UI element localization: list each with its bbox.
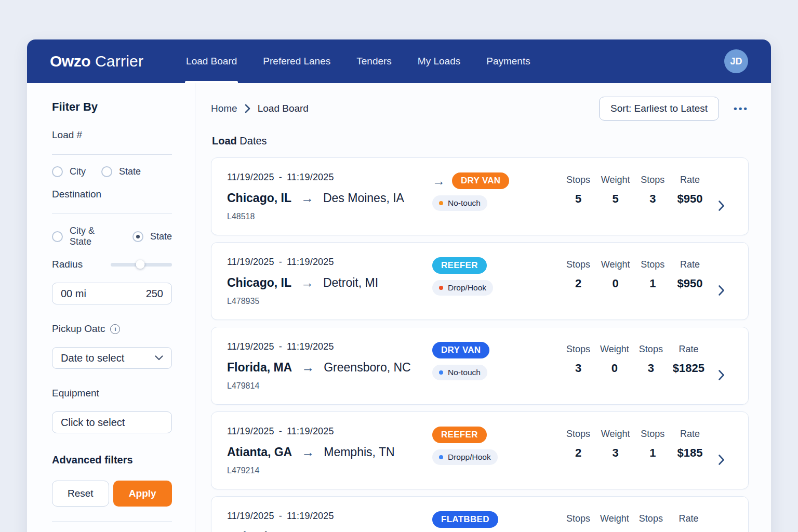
open-load-chevron[interactable] (718, 285, 736, 296)
advanced-filters-title: Advanced filters (52, 454, 172, 466)
load-info-column: 11/19/2025 - 11:19/2025 Chicago, IL → De… (227, 172, 432, 235)
stat-label: Weight (600, 344, 629, 355)
stat-value: 3 (601, 446, 630, 460)
stat-column: Stops 3 (638, 175, 667, 235)
radius-min-value: 00 mi (61, 288, 86, 300)
nav-item[interactable]: My Loads (418, 39, 460, 83)
open-load-chevron[interactable] (718, 369, 736, 381)
origin-city: Florida, MA (227, 361, 292, 375)
radio-option[interactable]: City & State (52, 225, 117, 247)
radius-range-field[interactable]: 00 mi 250 (52, 283, 172, 304)
apply-button[interactable]: Apply (113, 481, 172, 507)
radio-option[interactable]: State (132, 231, 172, 242)
stat-label: Stops (636, 344, 666, 355)
badge-column: → DRY VAN No-touch (432, 172, 560, 235)
stat-label: Stops (564, 344, 593, 355)
handling-tag-label: Dropp/Hook (448, 453, 491, 462)
radio-circle[interactable] (52, 166, 63, 177)
stat-label: Rate (673, 513, 704, 524)
radio-option[interactable]: City (52, 166, 86, 177)
load-card[interactable]: 11/19/2025 - 11:19/2025 Atianta, GA → Me… (211, 411, 749, 489)
arrow-right-icon: → (301, 446, 314, 459)
handling-tag: Dropp/Hook (432, 449, 498, 465)
load-card[interactable]: 11/19/2025 - 11:19/2025 Florida, MA → Gr… (211, 327, 749, 405)
load-number-input[interactable] (52, 154, 172, 155)
pickup-label-row: Pickup Oatc i (52, 323, 172, 335)
radio-label: City & State (70, 225, 117, 247)
breadcrumb-home-link[interactable]: Home (211, 103, 237, 114)
origin-city: Chicago, IL (227, 191, 291, 205)
status-dot-icon (439, 455, 443, 459)
stat-value: 3 (636, 362, 666, 375)
filter-actions: Reset Apply (52, 481, 172, 507)
stat-value: 1 (638, 446, 667, 460)
top-nav-bar: Owzo Carrier Load Board Prefered Lanes T… (27, 39, 771, 83)
stat-value: 2 (564, 446, 593, 460)
date-to: 11:19/2025 (287, 172, 334, 183)
reset-button[interactable]: Reset (52, 481, 109, 507)
open-load-chevron[interactable] (718, 454, 736, 466)
radius-slider[interactable] (111, 263, 172, 267)
list-title-rest: Dates (240, 135, 267, 147)
open-load-chevron[interactable] (718, 200, 736, 211)
load-dates: 11/19/2025 - 11:19/2025 (227, 172, 432, 183)
sidebar-divider (52, 521, 172, 522)
tag-wrap: No-touch (432, 365, 560, 380)
equipment-select[interactable]: Click to select (52, 411, 172, 433)
list-title: Load Dates (212, 135, 749, 147)
stat-label: Weight (601, 429, 630, 440)
slider-thumb[interactable] (136, 260, 144, 269)
load-id: L479814 (227, 381, 432, 391)
date-from: 11/19/2025 (227, 511, 274, 522)
stat-label: Rate (675, 259, 704, 270)
badge-column: → REEFER Dropp/Hook (432, 426, 560, 489)
breadcrumb: Home Load Board (211, 103, 309, 114)
radio-circle[interactable] (52, 231, 63, 242)
chevron-right-icon (245, 104, 250, 113)
sort-button[interactable]: Sort: Earliest to Latest (599, 97, 719, 121)
stat-label: Stops (564, 513, 593, 524)
handling-tag: Drop/Hook (432, 280, 493, 296)
nav-item-label: Payments (486, 56, 530, 67)
nav-item[interactable]: Tenders (356, 39, 392, 83)
equipment-badge: REEFER (432, 427, 487, 443)
nav-item[interactable]: Payments (486, 39, 530, 83)
logo: Owzo Carrier (50, 52, 143, 70)
stat-column: Rate $1825 (673, 344, 704, 404)
nav-item[interactable]: Prefered Lanes (263, 39, 330, 83)
radio-circle[interactable] (101, 166, 112, 177)
load-id: L48518 (227, 212, 432, 221)
origin-city: Columbus, OH (227, 530, 310, 532)
badge-line: → DRY VAN (432, 172, 560, 190)
load-card[interactable]: 11/19/2025 - 11:19/2025 Chicago, IL → De… (211, 157, 749, 235)
load-card[interactable]: 11/19/2025 - 11:19/2025 Chicago, IL → De… (211, 242, 749, 320)
destination-input[interactable] (52, 214, 172, 214)
stat-value: 0 (600, 362, 629, 375)
more-menu-icon[interactable]: ••• (734, 103, 749, 114)
destination-radio-group: City & State State (52, 225, 172, 247)
handling-tag-label: No-touch (448, 368, 481, 377)
load-card[interactable]: 11/19/2025 - 11:19/2025 Columbus, OH → C… (211, 496, 749, 532)
stat-column: Rate $950 (675, 259, 704, 320)
stat-column: Weight 0 (600, 513, 629, 532)
date-separator: - (279, 511, 282, 522)
equipment-badge: DRY VAN (452, 172, 509, 189)
radio-option[interactable]: State (101, 166, 141, 177)
badge-column: → DRY VAN No-touch (432, 341, 560, 404)
stat-column: Rate $1625 (673, 513, 704, 532)
load-info-column: 11/19/2025 - 11:19/2025 Atianta, GA → Me… (227, 426, 432, 489)
filter-sidebar: Fiiter By Load # City State Destination (27, 83, 195, 532)
stat-label: Weight (600, 513, 629, 524)
date-separator: - (279, 172, 282, 183)
pickup-date-value: Date to select (61, 352, 124, 364)
stat-column: Stops 2 (564, 513, 593, 532)
load-id: L479214 (227, 466, 432, 475)
stat-label: Stops (638, 175, 667, 185)
app-body: Fiiter By Load # City State Destination (27, 83, 771, 532)
radio-circle[interactable] (132, 231, 143, 242)
radio-label: State (119, 166, 141, 177)
nav-item[interactable]: Load Board (186, 39, 237, 83)
user-avatar[interactable]: JD (724, 49, 748, 73)
pickup-date-select[interactable]: Date to select (52, 347, 172, 369)
load-stats: Stops 5 Weight 5 Stops 3 Rate (560, 172, 718, 235)
